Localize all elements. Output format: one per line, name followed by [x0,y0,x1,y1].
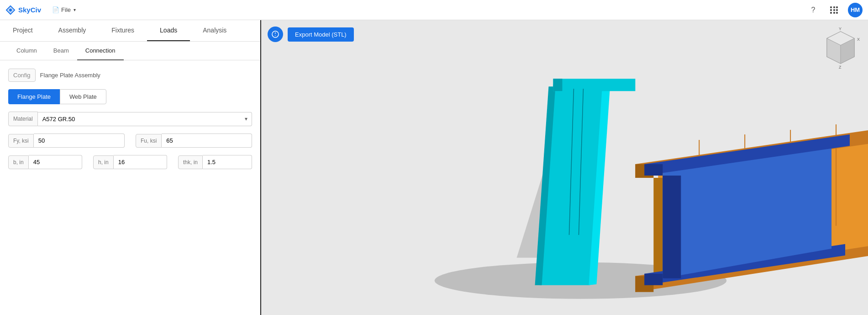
h-field: h, in [93,155,167,169]
compass-button[interactable] [268,27,283,42]
material-select-wrap: A572 GR.50 A36 A992 [38,112,252,126]
topbar-right: ? HM [806,3,863,17]
file-icon: 📄 [52,6,59,13]
tab-fixtures[interactable]: Fixtures [99,20,147,41]
panel-content: Config Flange Plate Assembly Flange Plat… [0,60,260,177]
view-toolbar: Export Model (STL) [268,27,354,42]
right-panel: Export Model (STL) X Z Y [261,20,868,315]
file-label: File [61,6,71,13]
config-row: Config Flange Plate Assembly [8,69,252,82]
orientation-cube[interactable]: X Z Y [818,25,863,70]
main-layout: Project Assembly Fixtures Loads Analysis… [0,20,868,315]
tab-loads[interactable]: Loads [147,20,190,41]
dim-row: b, in h, in thk, in [8,155,252,169]
svg-marker-24 [644,164,663,176]
subtab-connection[interactable]: Connection [77,42,124,60]
subtab-column[interactable]: Column [8,42,45,60]
3d-scene [261,20,868,315]
fy-field: Fy, ksi [8,133,125,148]
fy-input[interactable] [34,133,125,148]
svg-marker-30 [553,79,636,91]
export-model-button[interactable]: Export Model (STL) [288,27,354,42]
avatar-text: HM [851,6,860,13]
web-plate-button[interactable]: Web Plate [60,89,106,104]
avatar[interactable]: HM [848,3,863,17]
b-input[interactable] [29,155,82,169]
h-label: h, in [93,155,114,169]
b-field: b, in [8,155,82,169]
tab-assembly[interactable]: Assembly [46,20,99,41]
svg-marker-25 [663,176,681,278]
compass-icon [271,30,279,38]
topbar: SkyCiv 📄 File ▾ ? HM [0,0,868,20]
h-input[interactable] [114,155,167,169]
svg-text:Y: Y [839,27,842,31]
fy-label: Fy, ksi [8,134,34,148]
logo[interactable]: SkyCiv [5,5,41,15]
plate-btn-group: Flange Plate Web Plate [8,89,252,104]
svg-point-0 [9,9,12,11]
fu-input[interactable] [162,133,252,148]
material-select[interactable]: A572 GR.50 A36 A992 [38,112,252,126]
material-row: Material A572 GR.50 A36 A992 [8,112,252,126]
thk-field: thk, in [178,155,252,169]
svg-marker-31 [553,79,563,91]
fu-field: Fu, ksi [136,133,252,148]
help-icon: ? [811,6,815,14]
flange-plate-button[interactable]: Flange Plate [8,89,60,104]
thk-label: thk, in [178,155,203,169]
config-value: Flange Plate Assembly [40,72,100,79]
svg-text:X: X [857,37,860,42]
chevron-down-icon: ▾ [74,7,76,12]
tabs-row: Project Assembly Fixtures Loads Analysis [0,20,260,42]
apps-icon [830,6,838,14]
fu-label: Fu, ksi [136,134,162,148]
subtab-beam[interactable]: Beam [45,42,77,60]
tab-project[interactable]: Project [0,20,46,41]
left-panel: Project Assembly Fixtures Loads Analysis… [0,20,261,315]
logo-text: SkyCiv [18,6,41,14]
svg-text:Z: Z [839,65,842,69]
tab-analysis[interactable]: Analysis [190,20,239,41]
thk-input[interactable] [203,155,252,169]
material-label: Material [8,112,38,126]
fy-fu-row: Fy, ksi Fu, ksi [8,133,252,148]
subtabs-row: Column Beam Connection [0,42,260,60]
b-label: b, in [8,155,29,169]
svg-marker-26 [644,274,663,285]
skyciv-logo-icon [5,5,16,15]
help-button[interactable]: ? [806,3,821,17]
orientation-cube-svg: X Z Y [818,25,863,70]
file-menu[interactable]: 📄 File ▾ [48,5,79,15]
config-label: Config [8,69,36,82]
apps-button[interactable] [827,3,842,17]
